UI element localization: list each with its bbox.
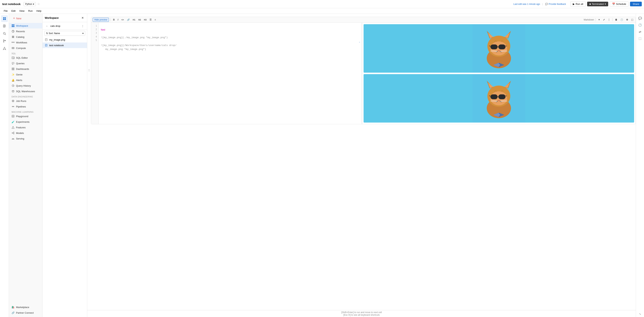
more-options-button[interactable]: ⋮ [80, 24, 85, 28]
language-button[interactable]: Python ▾ [24, 2, 36, 6]
new-button[interactable]: + New [10, 14, 41, 22]
pipelines-icon [12, 105, 14, 108]
numbered-list-button[interactable]: ≡ [154, 18, 157, 21]
delete-cell-button[interactable]: 🗑 [614, 18, 618, 21]
magic-button[interactable]: ✦ [597, 18, 601, 21]
library-right-button[interactable]: ⬚ [637, 35, 643, 41]
filebrowser-item-test-notebook[interactable]: test notebook [42, 42, 87, 48]
svg-rect-33 [13, 68, 14, 69]
back-button[interactable]: ← [45, 24, 49, 28]
sidebar-item-job-runs[interactable]: Job Runs [9, 98, 42, 104]
filebrowser-item-my-image[interactable]: my_image.png [42, 37, 87, 42]
svg-rect-22 [12, 37, 14, 38]
italic-button[interactable]: I [117, 18, 119, 21]
star-icon[interactable]: ☆ [37, 2, 40, 6]
history-button[interactable]: 🕐 [620, 18, 624, 21]
topbar-actions: ▶ Run all ■ Terminated ▾ 📅 Schedule Shar… [570, 1, 642, 6]
alerts-icon: 🔔 [12, 79, 14, 82]
menu-file[interactable]: File [2, 9, 9, 13]
sidebar-item-query-history[interactable]: Query History [9, 83, 42, 88]
partner-connect-icon: 🔗 [12, 311, 14, 314]
sidebar-item-pipelines[interactable]: Pipelines [9, 104, 42, 109]
history-right-button[interactable]: 🕐 [637, 22, 643, 28]
sidebar-item-genie[interactable]: ✨ Genie [9, 72, 42, 77]
serving-icon [12, 137, 14, 140]
calendar-icon: 📅 [612, 2, 615, 5]
h2-button[interactable]: H2 [138, 18, 142, 21]
chat-right-button[interactable]: 💬 [637, 15, 643, 21]
main-layout: + New Workspace Recents Catalog Workf [0, 14, 644, 317]
svg-point-42 [13, 106, 14, 107]
settings-button[interactable]: ⚙ [625, 18, 629, 21]
sidebar-item-sql-editor[interactable]: SQL SQL Editor [9, 55, 42, 60]
playground-icon [12, 115, 14, 118]
fullscreen-button[interactable]: ⤢ [602, 18, 606, 21]
statusbar-line1: [Shift+Enter] to run and move to next ce… [90, 311, 633, 314]
sidebar-item-workspace[interactable]: Workspace [9, 23, 42, 28]
menu-view[interactable]: View [18, 9, 26, 13]
svg-rect-51 [12, 139, 14, 139]
sort-icon: ⇅ [46, 32, 48, 35]
svg-point-48 [14, 133, 14, 134]
filebrowser-header: Workspace ✕ [42, 14, 87, 22]
icon-strip-search[interactable] [1, 30, 8, 37]
sidebar-item-sql-warehouses[interactable]: SQL Warehouses [9, 88, 42, 94]
cell-output [362, 23, 636, 124]
sidebar-item-recents[interactable]: Recents [9, 28, 42, 34]
compare-right-button[interactable]: ⇄ [637, 29, 643, 35]
statusbar: [Shift+Enter] to run and move to next ce… [87, 310, 636, 317]
line-numbers: 1 2 3 4 5 [91, 23, 99, 124]
bold-button[interactable]: B [112, 18, 116, 21]
library-button[interactable]: ⬚ [630, 18, 634, 21]
drag-handle[interactable]: ⠿ [87, 17, 91, 124]
menu-run[interactable]: Run [27, 9, 34, 13]
run-all-button[interactable]: ▶ Run all [570, 1, 586, 6]
sidebar-item-models[interactable]: Models [9, 130, 42, 136]
sidebar-item-partner-connect[interactable]: 🔗 Partner Connect [9, 310, 42, 316]
svg-text:SQL: SQL [12, 57, 14, 59]
sidebar-item-alerts[interactable]: 🔔 Alerts [9, 77, 42, 83]
svg-point-47 [14, 132, 14, 133]
cat-image-1 [364, 24, 634, 73]
notebook-cells: ⠿ Hide preview B I <> 🔗 H1 H2 H [87, 14, 636, 310]
breadcrumb-path: cats drop [50, 24, 60, 27]
schedule-button[interactable]: 📅 Schedule [610, 1, 628, 6]
more-button[interactable]: ⋮ [607, 18, 611, 21]
link-button[interactable]: 🔗 [126, 18, 131, 21]
hide-preview-button[interactable]: Hide preview [93, 18, 109, 22]
terminated-button[interactable]: ■ Terminated ▾ [587, 2, 608, 6]
sidebar-item-marketplace[interactable]: 🛍️ Marketplace [9, 304, 42, 310]
h1-button[interactable]: H1 [132, 18, 136, 21]
sidebar-item-workflows[interactable]: Workflows [9, 40, 42, 45]
menu-help[interactable]: Help [35, 9, 43, 13]
svg-rect-15 [12, 24, 13, 25]
list-button[interactable]: ☰ [148, 18, 152, 21]
code-button[interactable]: <> [120, 18, 125, 21]
sidebar-item-playground[interactable]: Playground [9, 113, 42, 119]
svg-point-37 [12, 90, 14, 91]
share-button[interactable]: Share [630, 2, 642, 6]
sort-dropdown[interactable]: ⇅ Sort: Name ▾ [44, 31, 85, 36]
svg-rect-67 [498, 44, 506, 49]
icon-strip-nav[interactable] [1, 45, 8, 52]
sidebar-item-compute[interactable]: Compute [9, 45, 42, 51]
feedback-button[interactable]: 💬 Provide feedback [545, 3, 566, 5]
cell-code-editor[interactable]: %md ![my_image.png](./my_image.png "my_i… [99, 23, 362, 124]
icon-strip-files[interactable] [1, 23, 8, 29]
icon-strip-workspace[interactable] [1, 15, 8, 22]
sidebar-item-experiments[interactable]: 🧪 Experiments [9, 119, 42, 125]
close-filebrowser-button[interactable]: ✕ [80, 16, 85, 20]
topbar: test notebook Python ▾ ☆ Last edit was 1… [0, 0, 644, 8]
menu-edit[interactable]: Edit [10, 9, 17, 13]
last-edit-info[interactable]: Last edit was 1 minute ago [514, 3, 540, 5]
h3-button[interactable]: H3 [143, 18, 148, 21]
sidebar-item-dashboards[interactable]: Dashboards [9, 66, 42, 72]
filebrowser-title: Workspace [45, 16, 58, 19]
sidebar-item-catalog[interactable]: Catalog [9, 34, 42, 40]
sidebar-item-queries[interactable]: Queries [9, 60, 42, 66]
sidebar-item-features[interactable]: Features [9, 125, 42, 130]
expand-right-button[interactable]: ⤡ [637, 311, 643, 317]
sidebar-item-serving[interactable]: Serving [9, 136, 42, 141]
icon-strip-git[interactable] [1, 38, 8, 44]
play-icon: ▶ [573, 2, 575, 5]
